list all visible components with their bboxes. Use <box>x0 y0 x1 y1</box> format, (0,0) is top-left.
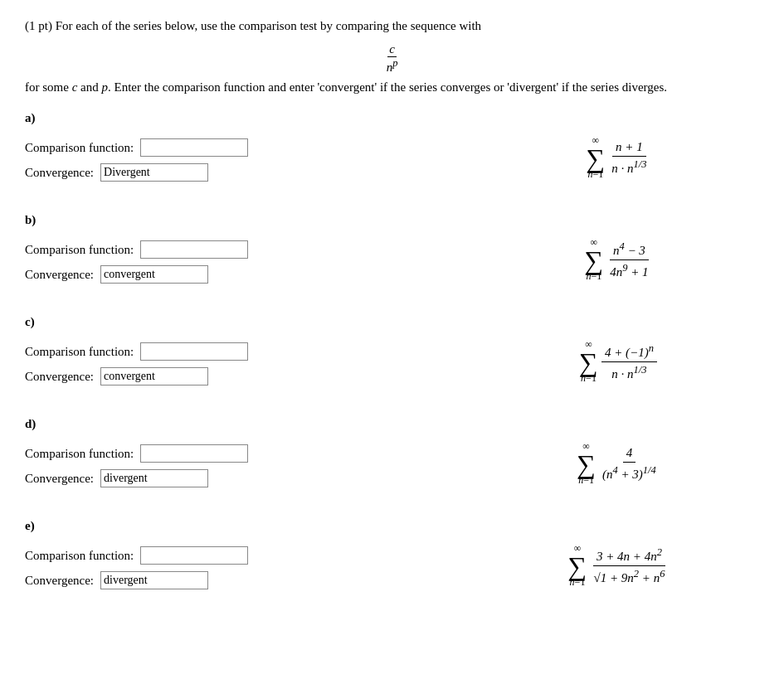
problem-d-sum: ∞ ∑ n=1 4 (n4 + 3)1/4 <box>577 440 660 487</box>
problem-b-numer: n4 − 3 <box>610 240 649 260</box>
problem-c-sigma: ∞ ∑ n=1 <box>579 338 598 385</box>
problem-c-formula: ∞ ∑ n=1 4 + (−1)n n · n1/3 <box>477 334 759 385</box>
problem-a-numer: n + 1 <box>612 140 646 157</box>
problem-d-sigma: ∞ ∑ n=1 <box>577 440 596 487</box>
problem-b-denom: 4n9 + 1 <box>606 260 651 279</box>
intro-text-2a: for some c <box>25 80 80 94</box>
problem-e: e) Comparison function: Convergence: ∞ ∑… <box>25 519 759 596</box>
problem-d-comparison-label: Comparison function: <box>25 447 134 461</box>
problem-b-comparison-label: Comparison function: <box>25 243 134 257</box>
problem-b-sigma-sub: n=1 <box>586 270 601 283</box>
problem-b-comparison-input[interactable] <box>140 240 248 259</box>
intro-fraction-denom: np <box>385 57 400 75</box>
problem-a-comparison-label: Comparison function: <box>25 141 134 155</box>
problem-b-label: b) <box>25 213 759 227</box>
problem-d-fraction: 4 (n4 + 3)1/4 <box>599 446 660 482</box>
problem-d-row: Comparison function: Convergence: ∞ ∑ n=… <box>25 436 759 494</box>
problem-e-comparison-label: Comparison function: <box>25 549 134 563</box>
problem-d-sigma-sub: n=1 <box>578 474 594 487</box>
problem-d-convergence-row: Convergence: <box>25 469 477 487</box>
problem-e-fraction: 3 + 4n + 4n2 √1 + 9n2 + n6 <box>590 546 668 585</box>
problem-e-convergence-input[interactable] <box>100 571 208 589</box>
intro-text-1: (1 pt) For each of the series below, use… <box>25 19 481 32</box>
problem-b-fraction: n4 − 3 4n9 + 1 <box>606 240 651 279</box>
intro-and: and <box>80 80 99 94</box>
problem-e-label: e) <box>25 519 759 533</box>
intro-fraction-numer: c <box>387 42 397 57</box>
problem-a-sigma-sub: n=1 <box>587 168 603 181</box>
problem-a-comparison-row: Comparison function: <box>25 138 477 157</box>
problem-d: d) Comparison function: Convergence: ∞ ∑… <box>25 417 759 494</box>
problem-e-convergence-row: Convergence: <box>25 571 477 589</box>
problem-b-sigma: ∞ ∑ n=1 <box>584 236 603 283</box>
problem-e-convergence-label: Convergence: <box>25 574 94 588</box>
problem-a-row: Comparison function: Convergence: ∞ ∑ n=… <box>25 130 759 188</box>
problem-d-comparison-input[interactable] <box>140 444 248 463</box>
problem-c: c) Comparison function: Convergence: ∞ ∑… <box>25 315 759 392</box>
problem-c-denom: n · n1/3 <box>608 362 650 381</box>
problem-b-sum: ∞ ∑ n=1 n4 − 3 4n9 + 1 <box>584 236 651 283</box>
problem-a-denom: n · n1/3 <box>608 157 650 176</box>
problem-e-left: Comparison function: Convergence: <box>25 538 477 596</box>
problem-e-formula: ∞ ∑ n=1 3 + 4n + 4n2 √1 + 9n2 + n6 <box>477 538 759 589</box>
problem-b-convergence-label: Convergence: <box>25 268 94 282</box>
problem-c-convergence-row: Convergence: <box>25 367 477 385</box>
problem-e-sigma: ∞ ∑ n=1 <box>568 542 587 589</box>
problem-d-comparison-row: Comparison function: <box>25 444 477 463</box>
problem-c-fraction: 4 + (−1)n n · n1/3 <box>601 342 657 381</box>
problem-c-comparison-label: Comparison function: <box>25 345 134 359</box>
problem-a-fraction: n + 1 n · n1/3 <box>608 140 650 176</box>
intro-fraction: c np <box>385 42 400 75</box>
problem-d-convergence-input[interactable] <box>100 469 208 487</box>
problem-e-sigma-sub: n=1 <box>570 576 586 589</box>
problem-c-left: Comparison function: Convergence: <box>25 334 477 392</box>
problem-a: a) Comparison function: Convergence: ∞ ∑… <box>25 111 759 188</box>
intro-text-2b: p. Enter the comparison function and ent… <box>99 80 667 94</box>
problem-a-sigma: ∞ ∑ n=1 <box>586 134 605 181</box>
problem-e-numer: 3 + 4n + 4n2 <box>593 546 665 566</box>
problem-a-comparison-input[interactable] <box>140 138 248 157</box>
intro-line2: for some c and p. Enter the comparison f… <box>25 78 759 97</box>
problem-a-label: a) <box>25 111 759 125</box>
problem-b-row: Comparison function: Convergence: ∞ ∑ n=… <box>25 232 759 290</box>
problem-a-convergence-row: Convergence: <box>25 163 477 182</box>
problem-d-convergence-label: Convergence: <box>25 472 94 486</box>
intro-line1: (1 pt) For each of the series below, use… <box>25 17 759 36</box>
problem-b-formula: ∞ ∑ n=1 n4 − 3 4n9 + 1 <box>477 232 759 283</box>
problem-c-comparison-input[interactable] <box>140 342 248 361</box>
problem-b-left: Comparison function: Convergence: <box>25 232 477 290</box>
problem-a-left: Comparison function: Convergence: <box>25 130 477 188</box>
problem-d-numer: 4 <box>623 446 636 463</box>
problem-e-comparison-input[interactable] <box>140 546 248 565</box>
problem-e-row: Comparison function: Convergence: ∞ ∑ n=… <box>25 538 759 596</box>
problem-b-convergence-input[interactable] <box>100 265 208 284</box>
problem-c-convergence-label: Convergence: <box>25 370 94 384</box>
problem-e-sum: ∞ ∑ n=1 3 + 4n + 4n2 √1 + 9n2 + n6 <box>568 542 669 589</box>
problem-d-formula: ∞ ∑ n=1 4 (n4 + 3)1/4 <box>477 436 759 487</box>
problem-c-comparison-row: Comparison function: <box>25 342 477 361</box>
problem-d-denom: (n4 + 3)1/4 <box>599 463 660 482</box>
problem-e-comparison-row: Comparison function: <box>25 546 477 565</box>
problem-b: b) Comparison function: Convergence: ∞ ∑… <box>25 213 759 290</box>
problem-c-label: c) <box>25 315 759 329</box>
problem-a-sum: ∞ ∑ n=1 n + 1 n · n1/3 <box>586 134 650 181</box>
problem-a-convergence-label: Convergence: <box>25 166 94 180</box>
problem-b-comparison-row: Comparison function: <box>25 240 477 259</box>
problem-c-convergence-input[interactable] <box>100 367 208 385</box>
problem-d-left: Comparison function: Convergence: <box>25 436 477 494</box>
problem-a-formula: ∞ ∑ n=1 n + 1 n · n1/3 <box>477 130 759 181</box>
problem-d-label: d) <box>25 417 759 431</box>
problem-c-sum: ∞ ∑ n=1 4 + (−1)n n · n1/3 <box>579 338 657 385</box>
problem-c-row: Comparison function: Convergence: ∞ ∑ n=… <box>25 334 759 392</box>
problem-b-convergence-row: Convergence: <box>25 265 477 284</box>
problem-e-denom: √1 + 9n2 + n6 <box>590 566 668 585</box>
problem-c-sigma-sub: n=1 <box>581 372 597 385</box>
problem-a-convergence-input[interactable] <box>100 163 208 182</box>
problem-c-numer: 4 + (−1)n <box>601 342 657 362</box>
